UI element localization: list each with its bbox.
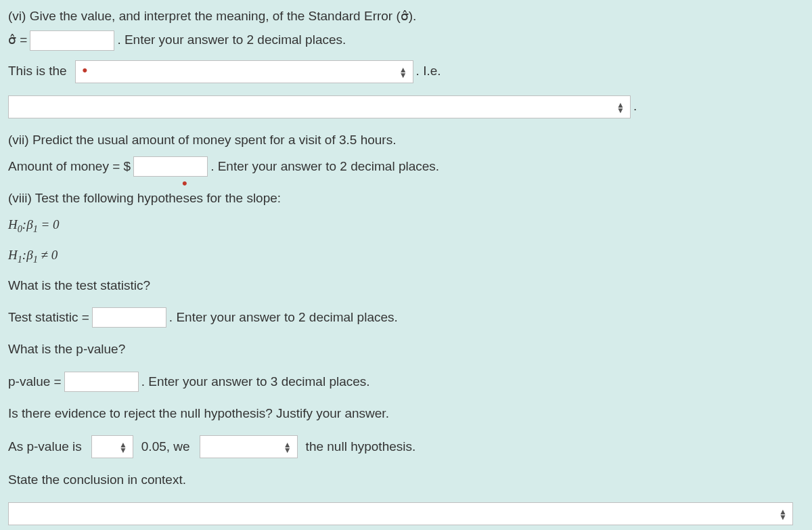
updown-icon: ▲▼: [616, 102, 625, 112]
amount-label: Amount of money = $: [8, 157, 131, 177]
h0-hypothesis: H0:β1 = 0: [8, 215, 60, 236]
q7-prompt: (vii) Predict the usual amount of money …: [8, 131, 804, 150]
updown-icon: ▲▼: [399, 66, 407, 77]
q8-prompt: (viii) Test the following hypotheses for…: [8, 189, 804, 208]
p-input[interactable]: [64, 372, 139, 392]
trailing-period: .: [633, 97, 637, 116]
this-is-the-label: This is the: [8, 62, 67, 81]
evidence-label: Is there evidence to reject the null hyp…: [8, 404, 804, 424]
p-after: . Enter your answer to 3 decimal places.: [141, 372, 370, 392]
sigma-after: . Enter your answer to 2 decimal places.: [117, 30, 346, 50]
p-label: p-value =: [8, 372, 62, 392]
updown-icon: ▲▼: [779, 508, 787, 519]
what-p-label: What is the p-value?: [8, 340, 804, 359]
amount-after: . Enter your answer to 2 decimal places.: [210, 157, 439, 177]
updown-icon: ▲▼: [284, 441, 292, 452]
what-ts-label: What is the test statistic?: [8, 276, 804, 296]
ie-label: . I.e.: [416, 62, 441, 81]
ts-after: . Enter your answer to 2 decimal places.: [169, 308, 398, 328]
h1-hypothesis: H1:β1 ≠ 0: [8, 246, 58, 267]
ie-select[interactable]: ▲▼: [8, 95, 631, 118]
comparator-select[interactable]: ▲▼: [91, 435, 133, 458]
amount-input[interactable]: [133, 156, 208, 177]
as-p-label: As p-value is: [8, 437, 82, 457]
ts-input[interactable]: [92, 307, 166, 328]
conclusion-select[interactable]: ▲▼: [8, 502, 793, 525]
threshold-label: 0.05, we: [141, 437, 190, 457]
this-is-the-select[interactable]: • ▲▼: [75, 60, 413, 83]
conclusion-label: State the conclusion in context.: [8, 470, 804, 490]
decision-select[interactable]: ▲▼: [200, 435, 298, 458]
sigma-input[interactable]: [30, 30, 114, 51]
q6-prompt: (vi) Give the value, and interpret the m…: [8, 7, 804, 26]
updown-icon: ▲▼: [119, 441, 127, 452]
null-hyp-label: the null hypothesis.: [306, 437, 416, 457]
ts-label: Test statistic =: [8, 308, 89, 328]
sigma-label: σ̂ =: [8, 30, 27, 50]
